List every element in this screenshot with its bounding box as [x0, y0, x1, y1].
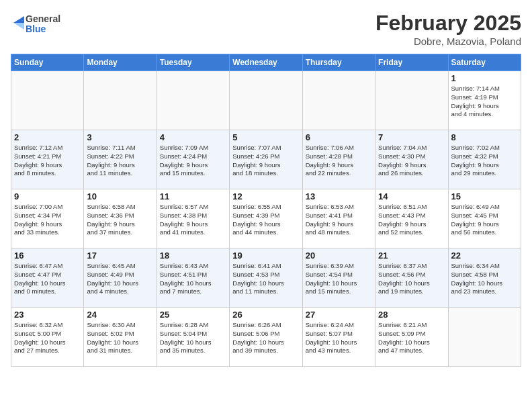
table-row: 21Sunrise: 6:37 AM Sunset: 4:56 PM Dayli… [375, 248, 448, 308]
calendar-week-row: 23Sunrise: 6:32 AM Sunset: 5:00 PM Dayli… [11, 308, 521, 367]
day-number: 2 [14, 132, 81, 142]
day-info: Sunrise: 7:00 AM Sunset: 4:34 PM Dayligh… [14, 203, 81, 237]
day-info: Sunrise: 7:12 AM Sunset: 4:21 PM Dayligh… [14, 144, 81, 178]
day-info: Sunrise: 7:14 AM Sunset: 4:19 PM Dayligh… [451, 85, 518, 119]
svg-marker-1 [13, 23, 24, 30]
calendar-week-row: 16Sunrise: 6:47 AM Sunset: 4:47 PM Dayli… [11, 248, 521, 308]
logo-general-text: General [26, 14, 60, 24]
table-row: 13Sunrise: 6:53 AM Sunset: 4:41 PM Dayli… [302, 189, 375, 248]
table-row: 6Sunrise: 7:06 AM Sunset: 4:28 PM Daylig… [302, 130, 375, 189]
table-row: 17Sunrise: 6:45 AM Sunset: 4:49 PM Dayli… [84, 248, 157, 308]
logo-wordmark: General Blue [11, 13, 60, 35]
day-number: 5 [232, 132, 299, 142]
header-wednesday: Wednesday [230, 54, 302, 71]
table-row: 7Sunrise: 7:04 AM Sunset: 4:30 PM Daylig… [375, 130, 448, 189]
table-row [11, 71, 84, 130]
table-row: 23Sunrise: 6:32 AM Sunset: 5:00 PM Dayli… [11, 308, 84, 367]
day-info: Sunrise: 6:24 AM Sunset: 5:07 PM Dayligh… [306, 321, 372, 355]
day-number: 3 [87, 132, 153, 142]
header: General Blue February 2025 Dobre, Mazovi… [11, 11, 521, 47]
table-row: 14Sunrise: 6:51 AM Sunset: 4:43 PM Dayli… [375, 189, 448, 248]
day-number: 22 [451, 250, 518, 261]
header-sunday: Sunday [11, 54, 84, 71]
logo: General Blue [11, 11, 60, 35]
day-info: Sunrise: 6:47 AM Sunset: 4:47 PM Dayligh… [14, 262, 81, 296]
day-number: 28 [378, 310, 445, 320]
month-title: February 2025 [375, 11, 521, 36]
table-row [302, 71, 375, 130]
day-number: 19 [232, 250, 299, 261]
table-row: 9Sunrise: 7:00 AM Sunset: 4:34 PM Daylig… [11, 189, 84, 248]
day-number: 16 [14, 250, 81, 261]
table-row: 10Sunrise: 6:58 AM Sunset: 4:36 PM Dayli… [84, 189, 157, 248]
table-row [230, 71, 302, 130]
day-number: 8 [451, 132, 518, 142]
day-number: 7 [378, 132, 445, 142]
day-info: Sunrise: 6:58 AM Sunset: 4:36 PM Dayligh… [87, 203, 153, 237]
day-info: Sunrise: 6:28 AM Sunset: 5:04 PM Dayligh… [160, 321, 226, 355]
day-info: Sunrise: 7:07 AM Sunset: 4:26 PM Dayligh… [232, 144, 299, 178]
table-row: 18Sunrise: 6:43 AM Sunset: 4:51 PM Dayli… [157, 248, 229, 308]
table-row: 24Sunrise: 6:30 AM Sunset: 5:02 PM Dayli… [84, 308, 157, 367]
table-row [375, 71, 448, 130]
table-row: 3Sunrise: 7:11 AM Sunset: 4:22 PM Daylig… [84, 130, 157, 189]
day-info: Sunrise: 6:45 AM Sunset: 4:49 PM Dayligh… [87, 262, 153, 296]
header-saturday: Saturday [448, 54, 521, 71]
table-row: 5Sunrise: 7:07 AM Sunset: 4:26 PM Daylig… [230, 130, 302, 189]
day-info: Sunrise: 6:41 AM Sunset: 4:53 PM Dayligh… [232, 262, 299, 296]
day-number: 15 [451, 191, 518, 201]
header-thursday: Thursday [302, 54, 375, 71]
calendar-week-row: 1Sunrise: 7:14 AM Sunset: 4:19 PM Daylig… [11, 71, 521, 130]
day-info: Sunrise: 6:51 AM Sunset: 4:43 PM Dayligh… [378, 203, 445, 237]
day-number: 4 [160, 132, 226, 142]
table-row: 28Sunrise: 6:21 AM Sunset: 5:09 PM Dayli… [375, 308, 448, 367]
table-row: 15Sunrise: 6:49 AM Sunset: 4:45 PM Dayli… [448, 189, 521, 248]
header-friday: Friday [375, 54, 448, 71]
calendar-table: Sunday Monday Tuesday Wednesday Thursday… [11, 54, 521, 367]
day-info: Sunrise: 6:49 AM Sunset: 4:45 PM Dayligh… [451, 203, 518, 237]
day-info: Sunrise: 6:39 AM Sunset: 4:54 PM Dayligh… [306, 262, 372, 296]
day-info: Sunrise: 6:53 AM Sunset: 4:41 PM Dayligh… [306, 203, 372, 237]
day-number: 12 [232, 191, 299, 201]
day-number: 9 [14, 191, 81, 201]
day-info: Sunrise: 6:34 AM Sunset: 4:58 PM Dayligh… [451, 262, 518, 296]
svg-marker-0 [13, 16, 24, 23]
table-row: 26Sunrise: 6:26 AM Sunset: 5:06 PM Dayli… [230, 308, 302, 367]
day-number: 13 [306, 191, 372, 201]
table-row: 12Sunrise: 6:55 AM Sunset: 4:39 PM Dayli… [230, 189, 302, 248]
table-row: 16Sunrise: 6:47 AM Sunset: 4:47 PM Dayli… [11, 248, 84, 308]
location-subtitle: Dobre, Mazovia, Poland [375, 36, 521, 47]
day-info: Sunrise: 6:55 AM Sunset: 4:39 PM Dayligh… [232, 203, 299, 237]
table-row [448, 308, 521, 367]
day-info: Sunrise: 7:02 AM Sunset: 4:32 PM Dayligh… [451, 144, 518, 178]
day-info: Sunrise: 6:26 AM Sunset: 5:06 PM Dayligh… [232, 321, 299, 355]
header-tuesday: Tuesday [157, 54, 229, 71]
calendar-week-row: 9Sunrise: 7:00 AM Sunset: 4:34 PM Daylig… [11, 189, 521, 248]
day-number: 18 [160, 250, 226, 261]
day-number: 1 [451, 73, 518, 83]
day-number: 17 [87, 250, 153, 261]
table-row: 8Sunrise: 7:02 AM Sunset: 4:32 PM Daylig… [448, 130, 521, 189]
day-number: 27 [306, 310, 372, 320]
day-info: Sunrise: 6:30 AM Sunset: 5:02 PM Dayligh… [87, 321, 153, 355]
table-row [84, 71, 157, 130]
day-info: Sunrise: 6:37 AM Sunset: 4:56 PM Dayligh… [378, 262, 445, 296]
day-number: 25 [160, 310, 226, 320]
day-info: Sunrise: 7:11 AM Sunset: 4:22 PM Dayligh… [87, 144, 153, 178]
table-row: 11Sunrise: 6:57 AM Sunset: 4:38 PM Dayli… [157, 189, 229, 248]
day-number: 26 [232, 310, 299, 320]
day-info: Sunrise: 6:57 AM Sunset: 4:38 PM Dayligh… [160, 203, 226, 237]
day-number: 20 [306, 250, 372, 261]
day-number: 21 [378, 250, 445, 261]
table-row: 25Sunrise: 6:28 AM Sunset: 5:04 PM Dayli… [157, 308, 229, 367]
day-info: Sunrise: 7:06 AM Sunset: 4:28 PM Dayligh… [306, 144, 372, 178]
day-number: 10 [87, 191, 153, 201]
table-row: 2Sunrise: 7:12 AM Sunset: 4:21 PM Daylig… [11, 130, 84, 189]
logo-bird-icon [11, 13, 24, 32]
day-number: 24 [87, 310, 153, 320]
table-row: 1Sunrise: 7:14 AM Sunset: 4:19 PM Daylig… [448, 71, 521, 130]
header-monday: Monday [84, 54, 157, 71]
table-row: 20Sunrise: 6:39 AM Sunset: 4:54 PM Dayli… [302, 248, 375, 308]
day-number: 23 [14, 310, 81, 320]
title-section: February 2025 Dobre, Mazovia, Poland [375, 11, 521, 47]
